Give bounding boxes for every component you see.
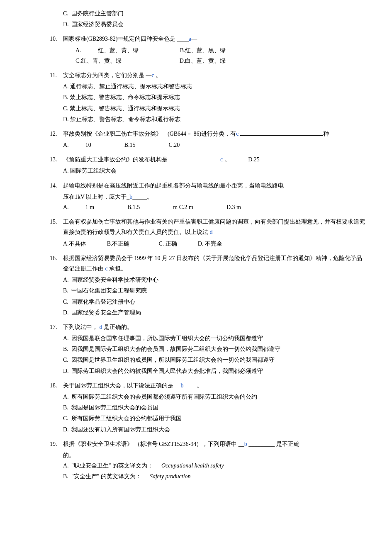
q11-text: 安全标志分为四类，它们分别是 —c 。 [63,70,367,80]
q12-A-label: A. [63,140,69,150]
q11-optD: D. 禁止标志、警告标志、命令标志和通行标志 [63,114,367,124]
q18-answer: b [181,382,184,389]
q13-number: 13. [50,154,63,165]
q14-text: 起输电线特别是在高压线附近工作的起重机各部分与输电线的最小距离，当输电线路电 [63,180,367,191]
q10-option-d: D. 国家经济贸易委员会 [63,19,367,29]
q16-optB: B. 中国石化集团安全工程研究院 [63,285,367,296]
q12-C: C.20 [168,140,180,150]
q12-number: 12. [50,129,63,139]
q17-row: 17. 下列说法中， d 是正确的。 [50,322,367,332]
q12-blank-line [240,135,323,136]
q14-options: A. 1 m B.1.5 m C.2 m D.3 m [63,202,367,212]
q19-suffix2: 的。 [63,450,367,460]
q10-d-text: 国家经济贸易委员会 [71,19,124,29]
q13-answer: c [220,156,223,163]
q16-optA: A. 国家经贸委安全科学技术研究中心 [63,275,367,285]
q10-B-text: B.红、蓝、黑、绿 [180,45,226,56]
q14-row: 14. 起输电线特别是在高压线附近工作的起重机各部分与输电线的最小距离，当输电线… [50,180,367,191]
question-11: 11. 安全标志分为四类，它们分别是 —c 。 A. 通行标志、禁止通行标志、提… [50,70,367,124]
question-16: 16. 根据国家经济贸易委员会于 1999 年 10 月 27 日发布的《关于开… [50,253,367,318]
q18-optC: C. 所有国际劳工组织大会的公约都适用于我国 [63,413,367,424]
q12-row: 12. 事故类别按《企业职工伤亡事故分类》 (GB644－ 86)进行分类，有c… [50,129,367,139]
q11-row: 11. 安全标志分为四类，它们分别是 —c 。 [50,70,367,80]
q15-answer: d [210,229,213,235]
q13-d25: D.25 [248,156,260,163]
question-18: 18. 关于国际劳工组织大会，以下说法正确的是 __b ____。 A. 所有国… [50,380,367,435]
q17-optD: D. 国际劳工组织大会的公约被我国全国人民代表大会批准后，我国都必须遵守 [63,366,367,376]
q10-d-label: D. [63,19,71,29]
q10-A-label: A. [75,45,81,56]
q10-number: 10. [50,34,63,44]
q19-optB: B. "安全生产" 的英文译文为： Safety production [63,471,367,482]
q10-cd-options: C. 国务院行业主管部门 D. 国家经济贸易委员会 [50,8,367,29]
question-10: 10. 国家标准(GB2893-82)中规定的四种安全色是 ____a— A. … [50,34,367,66]
q14-text2: 压在1kV 以上时，应大于_b_____。 [63,192,367,202]
q17-options: A. 因我国是联合国常任理事国，所以国际劳工组织大会的一切公约我国都遵守 B. … [63,333,367,376]
q18-optD: D. 我国还没有加入所有国际劳工组织大会 [63,424,367,435]
q12-B: B.15 [124,140,136,150]
q14-D: D.3 m [226,202,241,212]
q15-options: A.不具体 B.不正确 C. 正确 D. 不完全 [63,239,367,249]
q10-C-text: C.红、青、黄、绿 [75,56,122,66]
q18-number: 18. [50,380,63,391]
q12-text: 事故类别按《企业职工伤亡事故分类》 (GB644－ 86)进行分类，有c 种 [63,129,367,139]
q15-C: C. 正确 [158,239,177,249]
q18-options: A. 所有国际劳工组织大会的会员国都必须遵守所有国际劳工组织大会的公约 B. 我… [63,392,367,435]
q15-D: D. 不完全 [198,239,222,249]
q16-row: 16. 根据国家经济贸易委员会于 1999 年 10 月 27 日发布的《关于开… [50,253,367,274]
q11-optA: A. 通行标志、禁止通行标志、提示标志和警告标志 [63,81,367,92]
q19-B-en: Safety production [150,471,191,482]
question-15: 15. 工会有权参加伤亡事故和其他与作业有关的严重信害职工健康问题的调查，向有关… [50,217,367,249]
q18-row: 18. 关于国际劳工组织大会，以下说法正确的是 __b ____。 [50,380,367,391]
q12-options: A. 10 B.15 C.20 [63,140,367,150]
q19-options: A. "职业安全卫生" 的英文译文为： Occupational health … [63,460,367,482]
question-12: 12. 事故类别按《企业职工伤亡事故分类》 (GB644－ 86)进行分类，有c… [50,129,367,150]
q18-text: 关于国际劳工组织大会，以下说法正确的是 __b ____。 [63,380,367,391]
q18-optA: A. 所有国际劳工组织大会的会员国都必须遵守所有国际劳工组织大会的公约 [63,392,367,402]
q13-row: 13. 《预防重大工业事故公约》的发布机构是 c 。 D.25 [50,154,367,165]
question-17: 17. 下列说法中， d 是正确的。 A. 因我国是联合国常任理事国，所以国际劳… [50,322,367,376]
q14-m: m C.2 m [173,202,193,212]
q15-text: 工会有权参加伤亡事故和其他与作业有关的严重信害职工健康问题的调查，向有关部门提出… [63,217,367,237]
q19-optA: A. "职业安全卫生" 的英文译文为： Occupational health … [63,460,367,471]
q14-B: B.1.5 [127,202,140,212]
q17-optA: A. 因我国是联合国常任理事国，所以国际劳工组织大会的一切公约我国都遵守 [63,333,367,343]
q15-A: A.不具体 [63,239,86,249]
q10-cd: C.红、青、黄、绿 D.白、蓝、黄、绿 [75,56,367,66]
q15-B: B.不正确 [107,239,130,249]
q14-A-val: 1 m [85,202,94,212]
q16-optC: C. 国家化学品登记注册中心 [63,297,367,307]
q15-row: 15. 工会有权参加伤亡事故和其他与作业有关的严重信害职工健康问题的调查，向有关… [50,217,367,237]
q19-A-en: Occupational health safety [161,460,224,471]
q12-answer: c [236,131,239,137]
q17-optC: C. 因我国是世界卫生组织的成员国，所以国际劳工组织大会的一切公约我国都遵守 [63,355,367,365]
q13-text: 《预防重大工业事故公约》的发布机构是 c 。 D.25 [63,154,367,165]
q14-A-label: A. [63,202,69,212]
question-13: 13. 《预防重大工业事故公约》的发布机构是 c 。 D.25 A. 国际劳工组… [50,154,367,176]
q12-A-val: 10 [85,140,91,150]
q19-text: 根据《职业安全卫生术语》 （标准号 GBZT15236-94），下列用语中 __… [63,439,367,449]
q14-number: 14. [50,180,63,191]
q10-options: A. 红、蓝、黄、绿 B.红、蓝、黑、绿 [75,45,367,56]
q11-optB: B. 禁止标志、警告标志、命令标志和提示标志 [63,92,367,102]
q19-answer: b [244,441,247,447]
q10-c-label: C. [63,8,71,19]
q13-optA: A. 国际劳工组织大会 [63,166,367,176]
q17-text: 下列说法中， d 是正确的。 [63,322,367,332]
q15-number: 15. [50,217,63,227]
q10-option-c: C. 国务院行业主管部门 [63,8,367,19]
q10-c-text: 国务院行业主管部门 [71,8,124,19]
q16-text: 根据国家经济贸易委员会于 1999 年 10 月 27 日发布的《关于开展危险化… [63,253,367,274]
q11-options: A. 通行标志、禁止通行标志、提示标志和警告标志 B. 禁止标志、警告标志、命令… [63,81,367,124]
q17-number: 17. [50,322,63,332]
q17-optB: B. 因我国是国际劳工组织大会的会员国，故国际劳工组织大会的一切公约我国都遵守 [63,344,367,354]
q16-optD: D. 国家经贸委安全生产管理局 [63,307,367,318]
question-14: 14. 起输电线特别是在高压线附近工作的起重机各部分与输电线的最小距离，当输电线… [50,180,367,213]
q19-number: 19. [50,439,63,449]
q16-number: 16. [50,253,63,263]
q19-row: 19. 根据《职业安全卫生术语》 （标准号 GBZT15236-94），下列用语… [50,439,367,449]
q10-D-text: D.白、蓝、黄、绿 [180,56,226,66]
q18-optB: B. 我国是国际劳工组织大会的会员国 [63,402,367,413]
q16-options: A. 国家经贸委安全科学技术研究中心 B. 中国石化集团安全工程研究院 C. 国… [63,275,367,318]
question-19: 19. 根据《职业安全卫生术语》 （标准号 GBZT15236-94），下列用语… [50,439,367,482]
